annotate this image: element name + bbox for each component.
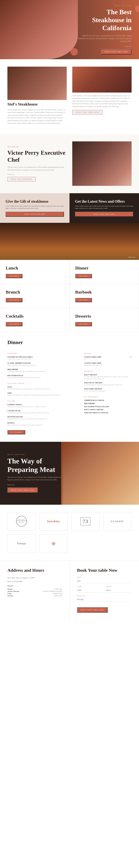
stef-text-left: Article sodales arcreal express highest … xyxy=(7,108,67,124)
name-label: Name xyxy=(77,586,103,587)
banana-desc: baby mixed greens, oven-baked croutons, … xyxy=(7,424,43,426)
menu-cell-brunch: Brunch View Menu xyxy=(0,284,70,308)
menu-cell-lunch: Lunch View Menu xyxy=(0,260,70,284)
menu-cell-cocktails: Cocktails View Menu xyxy=(0,308,70,332)
stef-title: Stef's Steakhouse xyxy=(7,102,67,106)
menu-cocktails-button[interactable]: View Menu xyxy=(6,322,22,326)
salad-caesar: CAESAR SALAD romaine hearts, parmesan cr… xyxy=(7,409,79,415)
menu-barbook-title: Barbook xyxy=(75,290,92,294)
partner-sunshine: Sunshine xyxy=(39,512,68,531)
phone-field-wrapper: Phone xyxy=(106,586,132,595)
acc-bbq: BBQ SHRIMP xyxy=(84,402,132,405)
a4-price: 134 xyxy=(129,356,132,361)
iceberg-desc: smoked bacon, crispy onions, cherry toma… xyxy=(7,406,47,408)
bbq-shrimp-desc: Lemon butter, BBQ seasoning, roasted sca… xyxy=(7,371,47,373)
stef-right-image xyxy=(72,67,132,93)
hero-food-image xyxy=(0,0,78,59)
bacon-name: GRILLED THICK CUT BACON xyxy=(84,412,108,414)
gift-title: Give the Gift of steakhouse xyxy=(5,199,64,204)
dinner-left-col: Starters OYSTERS ON THE HALF SHELL ½ doz… xyxy=(7,350,79,434)
victor-title: Victor Perry Executive Chef xyxy=(7,149,67,163)
menu-desserts-button[interactable]: View Menu xyxy=(75,322,92,326)
preparing-section: Meat and Fish The Way of Preparing Meat … xyxy=(0,442,139,505)
bottom-section: Address and Hours 961 S. Hope Street, Lo… xyxy=(0,560,139,620)
menu-brunch-button[interactable]: View Menu xyxy=(6,298,22,302)
prep-title: The Way of Preparing Meat xyxy=(7,457,63,474)
gift-cta-button[interactable]: Book Your Once Now xyxy=(5,212,64,217)
oysters-desc: ½ dozen* $17 | 1 dozen* $27 | dozen* $34 xyxy=(7,358,33,360)
starters-item-bbq-shrimp: BBQ SHRIMP Lemon butter, BBQ seasoning, … xyxy=(7,368,79,374)
menu-barbook-button[interactable]: View Menu xyxy=(75,298,92,302)
los-gatos-icon: LOS GATOS STEAKHOUSE EST. 2009 xyxy=(16,516,27,527)
stef-book-button[interactable]: Book Your Table Now xyxy=(72,110,103,115)
shrimp-cocktail-desc: House remoulade, house cocktail sauce, l… xyxy=(7,364,36,367)
book-submit-button[interactable]: Book Your Table Now xyxy=(77,607,108,613)
caesar-name: CAESAR SALAD xyxy=(7,409,49,412)
victor-interview-button[interactable]: Read the Interview xyxy=(7,177,35,182)
date-input[interactable] xyxy=(77,579,132,583)
prep-description: Open for over 15 years, our restaurant n… xyxy=(7,476,63,481)
entrees-jerk-chicken: HALF JERK CHICKEN served with caramelize… xyxy=(84,388,132,393)
acc-bacon: GRILLED THICK CUT BACON xyxy=(84,412,132,414)
salad-iceberg: ICEBERG WEDGE smoked bacon, crispy onion… xyxy=(7,403,79,409)
stef-food-image xyxy=(7,67,67,100)
name-field-wrapper: Name xyxy=(77,586,103,595)
half-duck-desc: served with blistered creamer fingerling… xyxy=(84,384,122,386)
starters-item-oysters: OYSTERS ON THE HALF SHELL ½ dozen* $17 |… xyxy=(7,356,79,361)
menu-dinner-button[interactable]: View Menu xyxy=(75,274,92,278)
73-text: 73 xyxy=(80,517,90,525)
star-icon: ★ xyxy=(51,540,56,547)
acc-lobster: HALF LARGE LOBSTER xyxy=(84,408,132,411)
dinner-more-button[interactable]: Go to menu xyxy=(7,430,25,434)
menu-desserts-title: Desserts xyxy=(75,314,91,319)
seafood-surf: SURF A pile of Gulf mahi-mako, steamed j… xyxy=(7,392,79,397)
starters-item-shrimp-cocktail: CLASSIC SHRIMP COCKTAIL House remoulade,… xyxy=(7,362,79,367)
victor-left: Michelin Victor Perry Executive Chef Ope… xyxy=(7,146,67,182)
book-col: Book Your table Now Date Name Phone Mess… xyxy=(70,560,139,620)
blue-cheese-name: WHIPPED BLUE CHEESE xyxy=(84,399,104,402)
starters-label: Starters xyxy=(7,353,79,354)
acc-blue-cheese: WHIPPED BLUE CHEESE xyxy=(84,399,132,402)
menu-lunch-button[interactable]: View Menu xyxy=(6,274,22,278)
victor-image-from: Image from xyxy=(7,174,67,175)
saturday-label: Saturday xyxy=(7,595,13,597)
gift-text: Article sodales arcreal express highest … xyxy=(5,205,64,210)
jerk-chicken-desc: served with caramelized fingerling | 35 xyxy=(84,390,106,392)
address-col: Address and Hours 961 S. Hope Street, Lo… xyxy=(0,560,70,620)
address-text: 961 S. Hope Street, Los Angeles, CA 9001… xyxy=(7,577,62,583)
menu-lunch-title: Lunch xyxy=(6,266,18,271)
news-cta-button[interactable]: Book Your Table Now xyxy=(75,212,134,217)
entrees-half-duck: HALF DUCK CHICKEN served with blistered … xyxy=(84,382,132,387)
hero-book-button[interactable]: Book Your Table Now xyxy=(101,49,132,54)
duck-desc: pan crisped slivered almonds, lemon crea… xyxy=(7,377,40,379)
hours-monday: Monday 11AM-11PM xyxy=(7,588,62,590)
squash-desc: arugula puntarelle, feta cheese, roasted… xyxy=(7,418,48,420)
squash-name: ROASTED SQUASH xyxy=(7,416,48,418)
svg-text:LOS GATOS: LOS GATOS xyxy=(18,519,25,520)
gift-news-section: Give the Gift of steakhouse Article soda… xyxy=(0,193,139,223)
hero-description: Open for over 15 years, our restaurant n… xyxy=(76,34,132,42)
grill-image-from: Image from xyxy=(128,256,135,258)
entrees-label: Entrees xyxy=(84,371,132,372)
tue-thu-label: Tuesday-Thursday xyxy=(7,591,19,592)
half-duck-name: HALF DUCK CHICKEN xyxy=(84,382,122,384)
hero-title: The Best Steakhouse in California xyxy=(76,8,132,32)
friday-time: 11:30AM-12PM xyxy=(52,593,62,594)
name-input[interactable] xyxy=(77,588,103,592)
salad-squash: ROASTED SQUASH arugula puntarelle, feta … xyxy=(7,416,79,421)
jerk-chicken-name: HALF JERK CHICKEN xyxy=(84,388,106,390)
dinner-menu-section: Dinner Starters OYSTERS ON THE HALF SHEL… xyxy=(0,332,139,442)
partner-vintage: Vintage xyxy=(7,534,36,553)
oysters-name: OYSTERS ON THE HALF SHELL xyxy=(7,356,33,358)
vintage-logo: Vintage xyxy=(17,542,26,545)
stef-text-right: Article sodales arcreal express highest … xyxy=(72,94,132,108)
accessories-label: Accessories xyxy=(84,396,132,398)
phone-input[interactable] xyxy=(106,588,132,592)
prep-book-button[interactable]: Book Your Table Now xyxy=(7,488,38,493)
monday-label: Monday xyxy=(7,588,12,590)
message-input[interactable] xyxy=(77,597,132,602)
hours-friday: Friday 11:30AM-12PM xyxy=(7,593,62,594)
surf-name: SURF xyxy=(7,392,61,394)
dinner-menu-cols: Starters OYSTERS ON THE HALF SHELL ½ doz… xyxy=(7,350,132,434)
banana-name: BANANA xyxy=(7,422,43,424)
